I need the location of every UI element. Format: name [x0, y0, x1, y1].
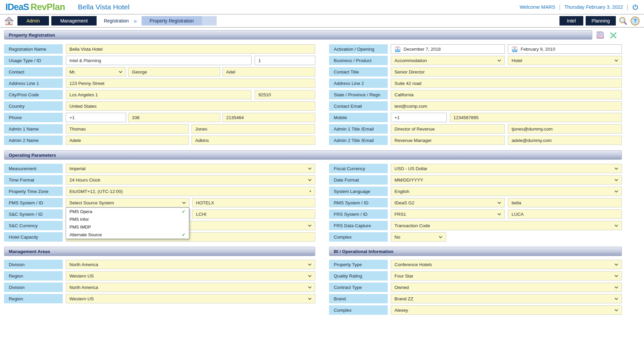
contact-last-name-input-value: Adel [226, 69, 235, 74]
nav-tab-intel[interactable]: Intel [559, 16, 583, 26]
page-title: Bella Vista Hotel [78, 3, 129, 11]
admin2-title-input[interactable]: Revenue Manager [391, 136, 505, 145]
admin1-last-name-input[interactable]: Jones [192, 124, 315, 134]
frs-data-capture-select[interactable]: Transaction Code [391, 221, 622, 230]
pms-id-input[interactable]: HOTELX [192, 198, 315, 207]
usage-type-input[interactable]: Intel & Planning [66, 56, 252, 65]
search-icon[interactable] [618, 16, 628, 26]
mobile-number-input[interactable]: 1234567895 [450, 113, 622, 122]
contact-title-input[interactable]: Senior Director [391, 67, 622, 77]
state-input[interactable]: California [391, 90, 622, 99]
calendar-icon[interactable] [394, 46, 401, 52]
contact-first-name-input[interactable]: George [128, 67, 220, 77]
chevron-down-icon [614, 298, 618, 300]
mobile-country-code-input[interactable]: +1 [391, 113, 447, 122]
sc-id-input[interactable]: LCHI [192, 209, 315, 219]
measurement-select[interactable]: Imperial [66, 164, 315, 173]
form-fields: Etc/GMT+12, (UTC-12:00)▼ [66, 187, 315, 196]
welcome-link[interactable]: Welcome MARS [520, 4, 555, 10]
frs-id-input[interactable]: LUCA [508, 209, 622, 219]
form-fields: Transaction Code [391, 221, 622, 230]
contact-title-input-value: Senior Director [394, 69, 425, 74]
calendar-icon[interactable] [512, 46, 518, 52]
admin2-email-input[interactable]: adele@dummy.com [508, 136, 622, 145]
post-code-input[interactable]: 92510 [255, 90, 315, 99]
contact-email-input[interactable]: test@comp.com [391, 101, 622, 111]
close-icon[interactable] [609, 31, 618, 40]
admin2-first-name-input[interactable]: Adele [66, 136, 189, 145]
form-row: Admin 2 NameAdeleAdkins [4, 136, 315, 145]
business-select[interactable]: Accommodation [391, 56, 505, 65]
fiscal-currency-select[interactable]: USD - US Dollar [391, 164, 622, 173]
region-2-select[interactable]: Western US [66, 294, 315, 303]
admin2-last-name-input[interactable]: Adkins [192, 136, 315, 145]
nav-tab-planning[interactable]: Planning [586, 16, 616, 26]
home-icon[interactable] [4, 16, 14, 26]
form-row: Quality RatingFour Star [329, 271, 622, 281]
dropdown-option-pms-imdp[interactable]: PMS IMDP [66, 223, 189, 231]
contact-email-input-value: test@comp.com [394, 104, 427, 109]
breadcrumb-registration[interactable]: Registration [99, 18, 134, 23]
property-time-zone-select[interactable]: Etc/GMT+12, (UTC-12:00)▼ [66, 187, 315, 196]
region-1-select[interactable]: Western US [66, 271, 315, 281]
usage-id-input[interactable]: 1 [255, 56, 315, 65]
quality-rating-select[interactable]: Four Star [391, 271, 622, 281]
opening-date-input[interactable]: February 9, 2010 [508, 44, 622, 54]
complex-bi-select[interactable]: Alexey [391, 305, 622, 315]
frs-system-select[interactable]: FRS1 [391, 209, 505, 219]
system-language-select[interactable]: English [391, 187, 622, 196]
form-fields: Select Source SystemHOTELX [66, 198, 315, 207]
address-line-2-input[interactable]: Suite 42 road [391, 79, 622, 88]
main-nav: Admin Management Registration ▶ Property… [0, 14, 644, 28]
city-input[interactable]: Los Angeles 1 [66, 90, 252, 99]
phone-country-code-input[interactable]: +1 [66, 113, 126, 122]
state-input-value: California [394, 92, 414, 97]
form-fields: Director of Revenuetjones@dummy.com [391, 124, 622, 134]
rms-id-input[interactable]: bella [508, 198, 622, 207]
registration-name-input[interactable]: Bella Vista Hotel [66, 44, 315, 54]
contract-type-select[interactable]: Owned [391, 283, 622, 292]
rms-system-select-value: IDeaS G2 [394, 200, 414, 205]
dropdown-option-pms-opera[interactable]: PMS Opera✓ [66, 208, 189, 215]
pms-system-select[interactable]: Select Source System [66, 198, 190, 207]
admin1-title-input[interactable]: Director of Revenue [391, 124, 505, 134]
division-2-select-value: North America [69, 285, 98, 290]
division-2-select[interactable]: North America [66, 283, 315, 292]
phone-number-input[interactable]: 2135464 [222, 113, 315, 122]
time-format-select[interactable]: 24 Hours Clock [66, 175, 315, 185]
help-icon[interactable]: ? [630, 16, 640, 26]
mobile-country-code-input-value: +1 [394, 115, 399, 120]
date-format-select[interactable]: MM/DD/YYYY [391, 175, 622, 185]
product-select[interactable]: Hotel [508, 56, 622, 65]
contact-last-name-input[interactable]: Adel [222, 67, 315, 77]
system-language-label: System Language [329, 187, 388, 196]
nav-tab-management[interactable]: Management [51, 16, 97, 26]
product-select-value: Hotel [512, 58, 522, 63]
phone-area-input[interactable]: 336 [128, 113, 220, 122]
address-line-2-label: Address Line 2 [329, 79, 388, 88]
dropdown-option-alternate-source[interactable]: Alternate Source✓ [66, 231, 189, 239]
chevron-down-icon [497, 213, 501, 215]
admin1-first-name-input[interactable]: Thomas [66, 124, 189, 134]
contact-salutation-select[interactable]: Mr. [66, 67, 126, 77]
activation-date-input-value: December 7, 2018 [404, 47, 441, 52]
nav-tab-admin[interactable]: Admin [17, 16, 49, 26]
address-line-1-input[interactable]: 123 Penny Street [66, 79, 315, 88]
activation-date-input[interactable]: December 7, 2018 [391, 44, 505, 54]
complex-select[interactable]: No [391, 232, 446, 242]
complex-select-value: No [394, 235, 400, 240]
power-icon[interactable] [632, 4, 639, 10]
division-1-select[interactable]: North America [66, 260, 315, 269]
admin1-email-input[interactable]: tjones@dummy.com [508, 124, 622, 134]
current-date: Thursday February 3, 2022 [564, 4, 623, 10]
form-row: Contact TitleSenior Director [329, 67, 622, 77]
save-icon[interactable] [596, 31, 605, 40]
frs-data-capture-select-value: Transaction Code [394, 223, 430, 228]
region-label: Region [4, 294, 63, 303]
country-input-value: United States [69, 104, 97, 109]
brand-select[interactable]: Brand ZZ [391, 294, 622, 303]
rms-system-select[interactable]: IDeaS G2 [391, 198, 505, 207]
property-type-select[interactable]: Conference Hotels [391, 260, 622, 269]
country-input[interactable]: United States [66, 101, 315, 111]
dropdown-option-pms-infor[interactable]: PMS Infor [66, 215, 189, 223]
